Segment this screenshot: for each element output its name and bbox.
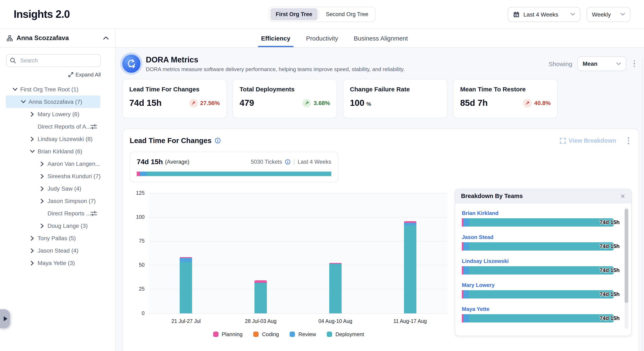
trend-badge: ↗ 3.68% — [302, 99, 330, 107]
section-kebab-menu[interactable] — [625, 136, 632, 146]
tree-item-label: Maya Yette (3) — [38, 260, 75, 266]
tree-item[interactable]: Aaron Van Langen... — [0, 158, 100, 170]
trend-delta: 27.56% — [200, 100, 220, 106]
y-axis-tick-label: 125 — [130, 190, 144, 196]
granularity-select[interactable]: Weekly — [586, 7, 630, 22]
tree-item[interactable]: Brian Kirkland (6) — [0, 145, 100, 158]
deployment-segment — [469, 290, 614, 298]
tree-item[interactable]: Judy Saw (4) — [0, 182, 100, 195]
view-breakdown-button[interactable]: View Breakdown — [560, 137, 616, 144]
team-name-link[interactable]: Maya Yette — [462, 306, 490, 312]
org-hierarchy-icon — [6, 35, 13, 41]
tree-item[interactable]: Jason Simpson (7) — [0, 195, 100, 207]
deployment-segment — [469, 314, 614, 322]
legend-label: Coding — [262, 331, 279, 337]
tree-item[interactable]: Tony Pallas (5) — [0, 232, 100, 244]
chevron-icon[interactable] — [29, 137, 36, 141]
tree-item[interactable]: Maya Yette (3) — [0, 257, 100, 269]
legend-label: Planning — [222, 331, 242, 337]
tree-item[interactable]: Jason Stead (4) — [0, 244, 100, 257]
sidebar-resize-handle[interactable] — [0, 309, 10, 328]
metric-card-value: 85d 7h — [460, 98, 488, 108]
chevron-down-icon — [620, 13, 625, 16]
section-title: Lead Time For Changes — [130, 136, 212, 145]
tab-productivity[interactable]: Productivity — [306, 29, 338, 47]
section-header: Lead Time For Changes View Breakdown — [130, 136, 632, 146]
team-stacked-bar — [462, 218, 614, 226]
chevron-icon[interactable] — [20, 100, 26, 103]
chevron-icon[interactable] — [39, 199, 46, 203]
tree-item[interactable]: Lindsay Liszewski (8) — [0, 133, 100, 145]
deployment-segment — [469, 266, 614, 274]
info-icon[interactable] — [215, 138, 220, 144]
tree-item[interactable]: First Org Tree Root (1) — [0, 83, 100, 96]
dora-metrics-icon — [122, 55, 140, 73]
chart-bar[interactable] — [180, 257, 192, 313]
tree-item-label: Anna Scozzafava (7) — [28, 98, 82, 105]
tree-item[interactable]: Direct Reports ... — [0, 207, 100, 219]
metric-card-value: 74d 15h — [129, 98, 162, 108]
planning-segment — [462, 242, 464, 250]
team-name-link[interactable]: Lindsay Liszewski — [462, 258, 509, 264]
team-name-link[interactable]: Brian Kirkland — [462, 210, 498, 216]
tree-item[interactable]: Sireesha Kunduri (7) — [0, 170, 100, 182]
toggle-second-org-tree[interactable]: Second Org Tree — [320, 8, 374, 20]
metric-card: Change Failure Rate 100 % — [343, 79, 447, 118]
chevron-icon[interactable] — [39, 174, 46, 178]
chart-bar[interactable] — [254, 280, 267, 313]
tree-item-label: Mary Lowery (6) — [38, 111, 79, 117]
expand-all-button[interactable]: Expand All — [6, 72, 101, 78]
info-icon[interactable] — [285, 159, 290, 165]
chevron-icon[interactable] — [39, 223, 46, 228]
tree-item[interactable]: Direct Reports of A... — [0, 120, 100, 133]
main-tabbar: EfficiencyProductivityBusiness Alignment — [116, 29, 644, 48]
chevron-icon[interactable] — [29, 150, 36, 153]
dora-kebab-menu[interactable] — [631, 59, 638, 69]
breakdown-title: Breakdown By Teams — [461, 193, 523, 199]
tree-item[interactable]: Doug Lange (3) — [0, 219, 100, 232]
team-row: Brian Kirkland 74d 15h — [462, 209, 620, 226]
search-input[interactable] — [6, 54, 101, 67]
date-range-select[interactable]: Last 4 Weeks — [508, 7, 580, 22]
chart-bar[interactable] — [329, 263, 342, 313]
filter-settings-icon[interactable] — [90, 211, 100, 216]
legend-item: Planning — [213, 331, 242, 337]
trend-arrow-icon: ↗ — [189, 99, 198, 107]
panel-scrollbar-thumb[interactable] — [624, 209, 628, 303]
planning-segment — [462, 290, 464, 298]
chevron-icon[interactable] — [29, 248, 36, 253]
chart-bar[interactable] — [404, 221, 416, 313]
tree-item[interactable]: Anna Scozzafava (7) — [6, 96, 100, 108]
average-meta: 5030 Tickets | Last 4 Weeks — [251, 159, 331, 165]
expand-view-icon — [560, 138, 566, 144]
dora-controls: Showing Mean — [548, 56, 638, 71]
chevron-icon[interactable] — [39, 161, 46, 166]
chevron-icon[interactable] — [29, 112, 36, 116]
dora-titles: DORA Metrics DORA metrics measure softwa… — [146, 55, 404, 72]
team-value: 74d 15h — [600, 290, 620, 298]
date-range-value: Last 4 Weeks — [524, 11, 567, 18]
chevron-icon[interactable] — [39, 186, 46, 191]
toggle-first-org-tree[interactable]: First Org Tree — [270, 8, 318, 20]
metric-cards-row: Lead Time For Changes 74d 15h ↗ 27.56% T… — [122, 79, 639, 118]
trend-delta: 40.8% — [534, 100, 551, 106]
legend-swatch — [290, 331, 295, 337]
tree-item-label: Brian Kirkland (6) — [38, 148, 82, 155]
showing-select[interactable]: Mean — [577, 56, 626, 71]
tab-business-alignment[interactable]: Business Alignment — [354, 29, 408, 47]
y-axis-tick-label: 100 — [130, 214, 144, 220]
chevron-icon[interactable] — [12, 88, 18, 91]
legend-swatch — [327, 331, 332, 337]
tab-efficiency[interactable]: Efficiency — [261, 29, 290, 47]
filter-settings-icon[interactable] — [90, 124, 100, 129]
chevron-icon[interactable] — [29, 261, 36, 265]
close-icon[interactable]: ✕ — [620, 193, 626, 199]
deployment-segment — [180, 262, 192, 313]
chevron-icon[interactable] — [29, 236, 36, 240]
sidebar-collapse-chevron[interactable] — [103, 36, 109, 40]
search-icon — [10, 58, 16, 64]
app-title: Insights 2.0 — [14, 8, 70, 21]
team-name-link[interactable]: Jason Stead — [462, 234, 494, 240]
tree-item[interactable]: Mary Lowery (6) — [0, 108, 100, 120]
team-name-link[interactable]: Mary Lowery — [462, 282, 495, 288]
